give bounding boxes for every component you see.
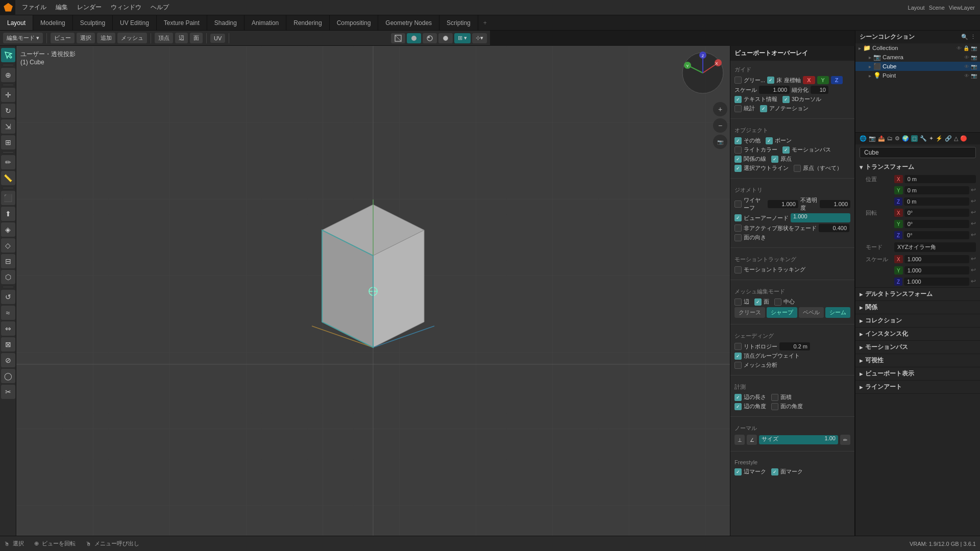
face-area-checkbox[interactable]	[771, 394, 778, 401]
normals-face-corner-btn[interactable]: ∠	[747, 435, 757, 445]
shear-btn[interactable]: ⊘	[1, 353, 15, 367]
bevel-btn[interactable]: ◇	[1, 238, 15, 253]
poly-build-btn[interactable]: ⬡	[1, 270, 15, 284]
retopology-input[interactable]	[779, 342, 810, 350]
prop-icon-output[interactable]: 📤	[878, 135, 885, 142]
tab-modeling[interactable]: Modeling	[33, 15, 73, 30]
menu-edit[interactable]: 編集	[52, 1, 72, 14]
viewer-node-checkbox[interactable]	[734, 214, 742, 221]
origin-checkbox[interactable]	[771, 156, 778, 163]
opacity-input[interactable]	[820, 200, 850, 208]
zoom-out-btn[interactable]: −	[713, 118, 727, 133]
axis-y-btn[interactable]: Y	[817, 76, 829, 84]
spin-btn[interactable]: ↺	[1, 290, 15, 304]
edge-slide-btn[interactable]: ⇔	[1, 321, 15, 336]
outliner-item-collection[interactable]: ▸ 📁 Collection 👁 🔒 📷	[855, 43, 980, 53]
motion-path-checkbox[interactable]	[782, 146, 790, 154]
face-mode-btn[interactable]: 面	[190, 33, 203, 43]
location-y-value[interactable]: 0 m	[904, 186, 969, 194]
center-checkbox[interactable]	[774, 298, 781, 306]
location-y-btn[interactable]: Y	[894, 186, 903, 194]
sharp-btn[interactable]: シャープ	[767, 307, 797, 318]
prop-icon-material[interactable]: 🔴	[960, 135, 967, 142]
prop-icon-scene[interactable]: 🌐	[860, 135, 867, 142]
smooth-btn[interactable]: ≈	[1, 306, 15, 320]
location-y-reset-icon[interactable]: ↩	[971, 186, 976, 194]
face-mark-checkbox[interactable]	[771, 468, 778, 475]
mode-select-btn[interactable]: 編集モード ▾	[3, 33, 43, 43]
annotations-checkbox[interactable]	[760, 105, 767, 112]
bevel-btn2[interactable]: ベベル	[799, 307, 824, 318]
wireframe-checkbox[interactable]	[734, 201, 742, 208]
wireframe-input[interactable]	[768, 200, 798, 208]
navigation-gizmo[interactable]: X Y Z	[680, 50, 726, 96]
scale-x-value[interactable]: 1.000	[904, 255, 969, 263]
cursor-tool-btn[interactable]: ⊕	[1, 68, 15, 82]
seam-btn[interactable]: シーム	[825, 307, 850, 318]
uv-btn[interactable]: UV	[210, 34, 225, 43]
rotation-y-value[interactable]: 0°	[904, 220, 969, 228]
vertex-mode-btn[interactable]: 頂点	[155, 33, 173, 43]
location-z-reset-icon[interactable]: ↩	[971, 197, 976, 206]
tab-animation[interactable]: Animation	[244, 15, 286, 30]
tab-compositing[interactable]: Compositing	[330, 15, 379, 30]
menu-render[interactable]: レンダー	[73, 1, 106, 14]
rotation-z-reset-icon[interactable]: ↩	[971, 231, 976, 239]
semi-active-input[interactable]	[819, 224, 849, 232]
prop-icon-scene2[interactable]: ⚙	[895, 135, 900, 142]
instancing-header[interactable]: ▸ インスタンス化	[855, 328, 980, 340]
semi-active-checkbox[interactable]	[734, 224, 742, 232]
zoom-in-btn[interactable]: +	[713, 102, 727, 116]
mesh-menu-btn[interactable]: メッシュ	[117, 33, 147, 43]
prop-icon-view-layer[interactable]: 🗂	[887, 135, 893, 142]
transform-tool-btn[interactable]: ⊞	[1, 135, 15, 149]
stats-checkbox[interactable]	[734, 105, 742, 112]
rotation-y-reset-icon[interactable]: ↩	[971, 220, 976, 228]
floor-checkbox[interactable]	[767, 77, 774, 84]
vertex-group-checkbox[interactable]	[734, 353, 742, 360]
edge-mark-checkbox[interactable]	[734, 468, 742, 475]
move-tool-btn[interactable]: ✛	[1, 88, 15, 102]
menu-window[interactable]: ウィンドウ	[107, 1, 145, 14]
tab-rendering[interactable]: Rendering	[286, 15, 329, 30]
scale-z-value[interactable]: 1.000	[904, 278, 969, 286]
mesh-analysis-checkbox[interactable]	[734, 362, 742, 369]
tab-scripting[interactable]: Scripting	[439, 15, 478, 30]
collections-header[interactable]: ▸ コレクション	[855, 314, 980, 327]
inset-btn[interactable]: ◈	[1, 222, 15, 237]
rotation-x-btn[interactable]: X	[894, 209, 903, 217]
scale-z-reset-icon[interactable]: ↩	[971, 278, 976, 286]
shading-solid-btn[interactable]	[407, 33, 421, 43]
prop-icon-render[interactable]: 📷	[869, 135, 876, 142]
select-menu-btn[interactable]: 選択	[77, 33, 95, 43]
grid-checkbox[interactable]	[734, 77, 742, 84]
prop-icon-data[interactable]: △	[954, 135, 958, 142]
extrude-btn[interactable]: ⬆	[1, 207, 15, 221]
tab-sculpting[interactable]: Sculpting	[73, 15, 113, 30]
edge-angle-checkbox[interactable]	[734, 403, 742, 410]
rotation-z-value[interactable]: 0°	[904, 231, 969, 239]
add-cube-btn[interactable]: ⬛	[1, 191, 15, 205]
rotation-mode-value[interactable]: XYZオイラー角	[894, 242, 976, 252]
prop-icon-constraints[interactable]: 🔗	[945, 135, 952, 142]
outliner-item-camera[interactable]: ▸ 📷 Camera 👁 📷	[855, 53, 980, 62]
edge-length-checkbox[interactable]	[734, 394, 742, 401]
tab-geometry-nodes[interactable]: Geometry Nodes	[378, 15, 439, 30]
viewer-node-slider[interactable]: 1.000	[791, 213, 850, 222]
prop-icon-world[interactable]: 🌍	[902, 135, 909, 142]
location-x-btn[interactable]: X	[894, 175, 903, 183]
menu-file[interactable]: ファイル	[18, 1, 51, 14]
location-z-value[interactable]: 0 m	[904, 197, 969, 206]
shading-render-btn[interactable]	[438, 33, 453, 43]
edge-mode-btn[interactable]: 辺	[175, 33, 188, 43]
outliner-options-icon[interactable]: ⋮	[970, 34, 976, 40]
subdivide-input[interactable]	[811, 86, 828, 94]
tab-layout[interactable]: Layout	[0, 15, 33, 30]
normals-slider[interactable]: サイズ 1.00	[759, 435, 838, 444]
prop-icon-object[interactable]: ◻	[911, 135, 918, 142]
select-outline-checkbox[interactable]	[734, 165, 742, 172]
add-menu-btn[interactable]: 追加	[97, 33, 115, 43]
face-orient-checkbox[interactable]	[734, 234, 742, 241]
shading-material-btn[interactable]	[423, 33, 437, 43]
cursor-3d-checkbox[interactable]	[782, 96, 790, 103]
